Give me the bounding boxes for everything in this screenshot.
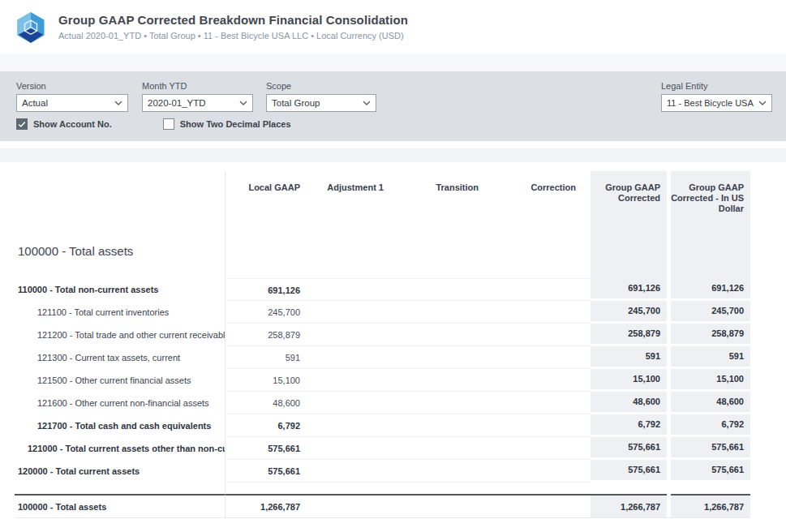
row-values: 6,792: [225, 414, 591, 437]
row-label: 120000 - Total current assets: [15, 460, 225, 483]
row-label: 121000 - Total current assets other than…: [15, 437, 225, 460]
total-spacer-row: [15, 483, 750, 494]
col-header-group-gaap-corrected: Group GAAP Corrected: [591, 171, 667, 238]
cell-adjustment-1: [300, 414, 384, 436]
scope-select[interactable]: Total Group: [266, 94, 376, 112]
table-row: 121600 - Other current non-financial ass…: [15, 392, 750, 414]
cell-group-gaap-corrected: 591: [591, 346, 667, 369]
chevron-down-icon: [363, 101, 371, 105]
total-correction: [479, 496, 576, 517]
show-account-no-label: Show Account No.: [33, 119, 112, 129]
total-group-gaap-corrected-usd: 1,266,787: [671, 494, 750, 517]
cell-correction: [479, 346, 576, 368]
cell-local-gaap: 6,792: [225, 414, 300, 436]
header-divider-strip: [0, 54, 786, 71]
cell-adjustment-1: [300, 279, 384, 300]
cell-group-gaap-corrected: 48,600: [591, 392, 667, 414]
cell-group-gaap-corrected: 15,100: [591, 369, 667, 392]
row-values: 691,126: [225, 278, 591, 301]
row-label: 110000 - Total non-current assets: [15, 278, 225, 301]
scope-label: Scope: [266, 81, 376, 91]
show-two-decimals-checkbox[interactable]: Show Two Decimal Places: [163, 118, 291, 130]
cell-transition: [384, 301, 479, 323]
legal-entity-select[interactable]: 11 - Best Bicycle USA LLC: [661, 94, 772, 112]
total-transition: [384, 496, 479, 517]
cell-correction: [479, 324, 576, 345]
cell-adjustment-1: [300, 392, 384, 414]
cell-local-gaap: 48,600: [225, 392, 300, 414]
table-body: 110000 - Total non-current assets691,126…: [15, 278, 750, 483]
row-label: 121100 - Total current inventories: [15, 301, 225, 324]
month-ytd-label: Month YTD: [142, 81, 253, 91]
cell-group-gaap-corrected: 575,661: [591, 437, 667, 460]
cell-local-gaap: 258,879: [225, 324, 300, 345]
version-select[interactable]: Actual: [16, 94, 128, 112]
row-label-column-header: [15, 171, 225, 238]
cell-correction: [479, 460, 576, 482]
chevron-down-icon: [239, 101, 247, 105]
group-header-label: 100000 - Total assets: [15, 238, 225, 278]
chevron-down-icon: [758, 101, 767, 105]
cell-correction: [479, 369, 576, 391]
cell-adjustment-1: [300, 437, 384, 459]
cell-adjustment-1: [300, 369, 384, 391]
total-local-gaap: 1,266,787: [225, 496, 300, 517]
cell-adjustment-1: [300, 346, 384, 368]
cell-group-gaap-corrected-usd: 575,661: [671, 437, 750, 460]
table-total-row: 100000 - Total assets 1,266,787 1,266,78…: [15, 494, 750, 518]
total-group-gaap-corrected: 1,266,787: [591, 494, 667, 517]
filter-panel: Version Actual Month YTD 2020-01_YTD Sco…: [0, 71, 786, 141]
cell-group-gaap-corrected: 258,879: [591, 324, 667, 346]
row-label: 121300 - Current tax assets, current: [15, 346, 225, 369]
row-values: 575,661: [225, 437, 591, 460]
table-row: 120000 - Total current assets575,661575,…: [15, 460, 750, 483]
group-header-row: 100000 - Total assets: [15, 238, 750, 278]
version-select-value: Actual: [22, 98, 111, 108]
legal-entity-label: Legal Entity: [661, 81, 772, 91]
row-label: 121600 - Other current non-financial ass…: [15, 392, 225, 414]
checkbox-check-icon: [16, 118, 28, 130]
row-label: 121200 - Total trade and other current r…: [15, 324, 225, 346]
cell-transition: [384, 460, 479, 482]
col-header-transition: Transition: [384, 171, 479, 238]
cell-transition: [384, 414, 479, 436]
month-ytd-select[interactable]: 2020-01_YTD: [142, 94, 253, 112]
chevron-down-icon: [114, 101, 122, 105]
cell-transition: [384, 324, 479, 345]
cell-group-gaap-corrected-usd: 691,126: [671, 278, 750, 301]
table-row: 121300 - Current tax assets, current5915…: [15, 346, 750, 369]
cell-local-gaap: 245,700: [225, 301, 300, 323]
app-header: Group GAAP Corrected Breakdown Financial…: [0, 0, 786, 54]
row-values: 591: [225, 346, 591, 369]
month-ytd-select-value: 2020-01_YTD: [148, 98, 236, 108]
report-table: Local GAAP Adjustment 1 Transition Corre…: [15, 171, 750, 518]
cell-group-gaap-corrected: 575,661: [591, 460, 667, 483]
version-label: Version: [16, 81, 128, 91]
row-values: 245,700: [225, 301, 591, 324]
cell-correction: [479, 279, 576, 300]
legal-entity-select-value: 11 - Best Bicycle USA LLC: [667, 98, 755, 108]
col-header-correction: Correction: [479, 171, 576, 238]
cell-correction: [479, 437, 576, 459]
show-account-no-checkbox[interactable]: Show Account No.: [16, 118, 112, 130]
row-values: 575,661: [225, 460, 591, 483]
cell-group-gaap-corrected: 691,126: [591, 278, 667, 301]
checkbox-check-icon: [163, 118, 174, 130]
cell-group-gaap-corrected-usd: 15,100: [671, 369, 750, 392]
table-row: 121000 - Total current assets other than…: [15, 437, 750, 460]
panel-divider-strip: [0, 148, 786, 162]
col-header-adjustment-1: Adjustment 1: [300, 171, 384, 238]
cell-group-gaap-corrected: 245,700: [591, 301, 667, 324]
row-label: 121500 - Other current financial assets: [15, 369, 225, 392]
cell-adjustment-1: [300, 324, 384, 345]
table-row: 121200 - Total trade and other current r…: [15, 324, 750, 346]
total-adjustment-1: [300, 496, 384, 517]
cell-local-gaap: 15,100: [225, 369, 300, 391]
col-header-group-gaap-corrected-usd: Group GAAP Corrected - In US Dollar: [671, 171, 750, 238]
cell-group-gaap-corrected-usd: 258,879: [671, 324, 750, 346]
row-label: 121700 - Total cash and cash equivalents: [15, 414, 225, 437]
cell-adjustment-1: [300, 301, 384, 323]
cell-group-gaap-corrected: 6,792: [591, 414, 667, 437]
cell-group-gaap-corrected-usd: 245,700: [671, 301, 750, 324]
cell-transition: [384, 346, 479, 368]
